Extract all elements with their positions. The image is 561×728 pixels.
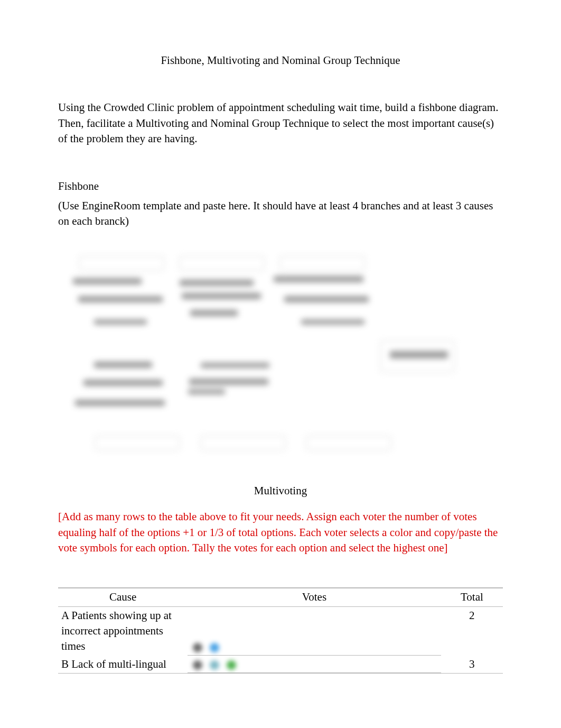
fishbone-category-box (79, 256, 164, 271)
page-title: Fishbone, Multivoting and Nominal Group … (58, 53, 503, 68)
intro-paragraph: Using the Crowded Clinic problem of appo… (58, 100, 503, 146)
vote-dot-icon (193, 660, 202, 670)
table-row: A Patients showing up at incorrect appoi… (58, 607, 503, 656)
table-header-row: Cause Votes Total (58, 588, 503, 606)
fishbone-heading: Fishbone (58, 179, 503, 194)
vote-dots (191, 659, 438, 671)
col-votes: Votes (188, 588, 441, 606)
vote-dots (191, 641, 438, 654)
votes-cell (188, 656, 441, 673)
fishbone-category-box (180, 256, 264, 271)
fishbone-category-box (280, 256, 364, 271)
total-cell: 3 (441, 656, 503, 673)
table-row: B Lack of multi-lingual 3 (58, 656, 503, 673)
fishbone-category-box (306, 436, 391, 450)
col-cause: Cause (58, 588, 188, 606)
multivoting-instruction: [Add as many rows to the table above to … (58, 509, 503, 556)
cause-cell: B Lack of multi-lingual (58, 656, 188, 673)
col-total: Total (441, 588, 503, 606)
vote-dot-icon (227, 660, 236, 670)
vote-dot-icon (193, 643, 202, 652)
vote-dot-icon (210, 643, 219, 652)
fishbone-diagram (63, 251, 454, 462)
total-cell: 2 (441, 607, 503, 656)
fishbone-category-box (201, 436, 285, 450)
fishbone-note: (Use EngineRoom template and paste here.… (58, 198, 503, 229)
multivoting-table: Cause Votes Total A Patients showing up … (58, 587, 503, 674)
fishbone-category-box (95, 436, 180, 450)
votes-cell (188, 607, 441, 656)
vote-dot-icon (210, 660, 219, 670)
cause-cell: A Patients showing up at incorrect appoi… (58, 607, 188, 656)
multivoting-heading: Multivoting (58, 483, 503, 499)
